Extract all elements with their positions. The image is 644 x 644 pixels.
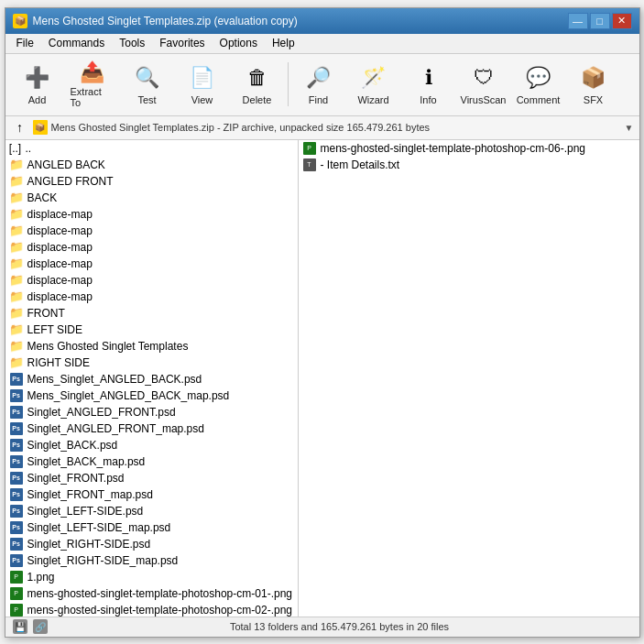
folder-icon: 📁 <box>9 322 24 337</box>
left-panel-item[interactable]: PsSinglet_RIGHT-SIDE.psd <box>5 536 298 552</box>
right-panel-item[interactable]: T- Item Details.txt <box>299 157 639 173</box>
up-icon: [..] <box>9 142 22 155</box>
file-name: Mens_Singlet_ANGLED_BACK.psd <box>27 373 202 386</box>
up-button[interactable]: ↑ <box>11 118 29 136</box>
status-text: Total 13 folders and 165.479.261 bytes i… <box>230 621 449 632</box>
left-panel-item[interactable]: 📁displace-map <box>5 223 298 239</box>
psd-icon: Ps <box>9 454 24 469</box>
left-panel-item[interactable]: PsSinglet_ANGLED_FRONT_map.psd <box>5 420 298 437</box>
app-icon: 📦 <box>13 14 27 28</box>
left-panel-item[interactable]: PsSinglet_FRONT_map.psd <box>5 486 298 503</box>
toolbar-btn-delete[interactable]: 🗑 Delete <box>231 58 284 111</box>
toolbar-icon-extract to: 📤 <box>78 60 107 84</box>
left-panel: [..]..📁ANGLED BACK📁ANGLED FRONT📁BACK📁dis… <box>5 140 299 617</box>
toolbar-label-view: View <box>191 94 213 105</box>
file-name: .. <box>26 142 32 155</box>
main-window: 📦 Mens Ghosted Singlet Templates.zip (ev… <box>5 7 640 638</box>
toolbar-btn-sfx[interactable]: 📦 SFX <box>567 58 620 111</box>
left-panel-item[interactable]: [..].. <box>5 140 298 157</box>
archive-icon: 📦 <box>33 120 48 135</box>
left-panel-item[interactable]: 📁Mens Ghosted Singlet Templates <box>5 338 298 355</box>
png-icon: P <box>302 141 317 156</box>
left-panel-item[interactable]: 📁BACK <box>5 190 298 206</box>
left-panel-item[interactable]: 📁FRONT <box>5 305 298 322</box>
file-name: FRONT <box>27 307 65 320</box>
folder-icon: 📁 <box>9 191 24 205</box>
toolbar-btn-view[interactable]: 📄 View <box>176 58 229 111</box>
psd-icon: Ps <box>9 372 24 387</box>
menu-item-options[interactable]: Options <box>213 35 265 51</box>
left-panel-item[interactable]: 📁displace-map <box>5 289 298 305</box>
file-name: Mens Ghosted Singlet Templates <box>27 340 189 353</box>
toolbar-icon-find: 🔎 <box>304 63 333 93</box>
toolbar-btn-virusscan[interactable]: 🛡 VirusScan <box>457 58 510 111</box>
left-panel-item[interactable]: PsSinglet_ANGLED_FRONT.psd <box>5 404 298 420</box>
toolbar-icon-sfx: 📦 <box>579 63 608 93</box>
menu-item-help[interactable]: Help <box>265 35 302 51</box>
file-name: displace-map <box>27 257 93 270</box>
folder-icon: 📁 <box>9 174 24 189</box>
toolbar-label-extract to: Extract To <box>71 86 115 108</box>
left-panel-item[interactable]: PsSinglet_LEFT-SIDE.psd <box>5 503 298 519</box>
left-panel-item[interactable]: P1.png <box>5 569 298 585</box>
left-panel-item[interactable]: 📁ANGLED BACK <box>5 157 298 173</box>
status-left: 💾 🔗 <box>13 619 48 634</box>
right-panel-item[interactable]: Pmens-ghosted-singlet-template-photoshop… <box>299 140 639 157</box>
toolbar-btn-test[interactable]: 🔍 Test <box>121 58 174 111</box>
toolbar-btn-wizard[interactable]: 🪄 Wizard <box>347 58 400 111</box>
left-panel-item[interactable]: 📁displace-map <box>5 239 298 256</box>
left-panel-item[interactable]: Pmens-ghosted-singlet-template-photoshop… <box>5 602 298 617</box>
left-panel-item[interactable]: PsSinglet_LEFT-SIDE_map.psd <box>5 519 298 536</box>
address-dropdown[interactable]: ▼ <box>625 123 634 133</box>
file-name: Singlet_BACK.psd <box>27 439 118 452</box>
left-panel-item[interactable]: PsSinglet_FRONT.psd <box>5 470 298 486</box>
maximize-button[interactable]: □ <box>590 13 610 29</box>
toolbar-label-find: Find <box>309 94 328 105</box>
file-name: 1.png <box>27 571 55 584</box>
toolbar-label-delete: Delete <box>243 94 272 105</box>
file-name: Singlet_LEFT-SIDE_map.psd <box>27 521 171 534</box>
file-name: ANGLED BACK <box>27 158 105 171</box>
folder-icon: 📁 <box>9 355 24 370</box>
left-panel-item[interactable]: 📁LEFT SIDE <box>5 322 298 338</box>
toolbar-label-virusscan: VirusScan <box>461 94 507 105</box>
menu-item-tools[interactable]: Tools <box>112 35 152 51</box>
left-panel-item[interactable]: 📁RIGHT SIDE <box>5 355 298 371</box>
toolbar-btn-extract-to[interactable]: 📤 Extract To <box>66 58 119 111</box>
left-panel-item[interactable]: PsSinglet_BACK.psd <box>5 437 298 453</box>
psd-icon: Ps <box>9 504 24 518</box>
link-icon: 🔗 <box>33 619 48 634</box>
toolbar-icon-test: 🔍 <box>133 63 162 93</box>
menu-bar: FileCommandsToolsFavoritesOptionsHelp <box>5 34 639 54</box>
file-name: mens-ghosted-singlet-template-photoshop-… <box>321 142 585 155</box>
toolbar-btn-add[interactable]: ➕ Add <box>11 58 64 111</box>
toolbar-btn-find[interactable]: 🔎 Find <box>292 58 345 111</box>
left-panel-item[interactable]: PsSinglet_RIGHT-SIDE_map.psd <box>5 552 298 569</box>
png-icon: P <box>9 570 24 584</box>
file-name: RIGHT SIDE <box>27 356 90 369</box>
menu-item-commands[interactable]: Commands <box>41 35 112 51</box>
toolbar-btn-comment[interactable]: 💬 Comment <box>512 58 565 111</box>
left-panel-item[interactable]: 📁ANGLED FRONT <box>5 173 298 190</box>
left-panel-item[interactable]: Pmens-ghosted-singlet-template-photoshop… <box>5 585 298 602</box>
left-panel-item[interactable]: PsSinglet_BACK_map.psd <box>5 453 298 470</box>
toolbar-label-add: Add <box>28 94 47 105</box>
psd-icon: Ps <box>9 520 24 535</box>
left-panel-item[interactable]: 📁displace-map <box>5 256 298 272</box>
toolbar-btn-info[interactable]: ℹ Info <box>402 58 455 111</box>
menu-item-file[interactable]: File <box>9 35 41 51</box>
menu-item-favorites[interactable]: Favorites <box>152 35 212 51</box>
file-name: Singlet_BACK_map.psd <box>27 455 146 468</box>
png-icon: P <box>9 586 24 601</box>
left-panel-item[interactable]: 📁displace-map <box>5 272 298 289</box>
left-panel-item[interactable]: PsMens_Singlet_ANGLED_BACK.psd <box>5 371 298 387</box>
close-button[interactable]: ✕ <box>612 13 632 29</box>
left-panel-item[interactable]: PsMens_Singlet_ANGLED_BACK_map.psd <box>5 387 298 404</box>
minimize-button[interactable]: — <box>568 13 588 29</box>
toolbar-icon-view: 📄 <box>188 63 217 93</box>
file-name: mens-ghosted-singlet-template-photoshop-… <box>27 587 292 600</box>
toolbar-label-info: Info <box>420 94 436 105</box>
address-bar: ↑ 📦 Mens Ghosted Singlet Templates.zip -… <box>5 116 639 140</box>
folder-icon: 📁 <box>9 224 24 238</box>
left-panel-item[interactable]: 📁displace-map <box>5 206 298 223</box>
